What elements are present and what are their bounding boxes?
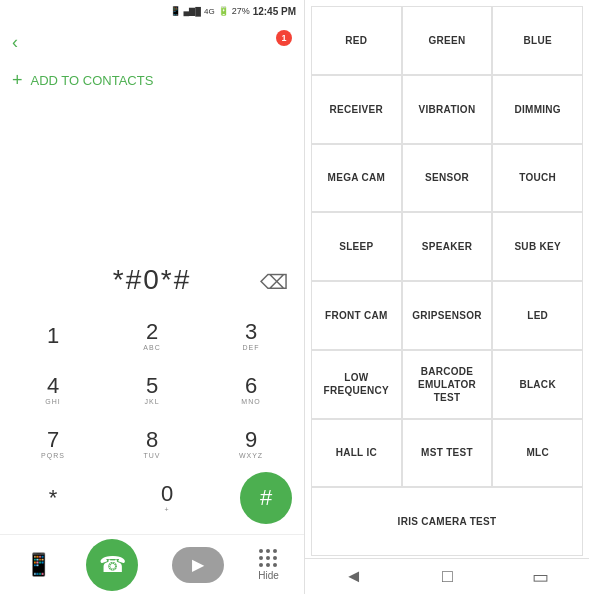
status-bar: 📱 ▄▇█ 4G 🔋 27% 12:45 PM	[0, 0, 304, 22]
add-contacts-label: ADD TO CONTACTS	[31, 73, 154, 88]
key-6[interactable]: 6 MNO	[210, 364, 292, 416]
grid-cell-3-1[interactable]: SPEAKER	[402, 212, 493, 281]
key-star[interactable]: *	[12, 472, 94, 524]
video-icon: ▶	[192, 555, 204, 574]
home-nav-icon[interactable]: □	[442, 566, 453, 587]
keypad: 1 2 ABC 3 DEF 4 GHI 5 JKL 6 MNO	[0, 306, 304, 534]
key-2[interactable]: 2 ABC	[111, 310, 193, 362]
signal-bars: ▄▇█	[184, 7, 201, 16]
dial-display: *#0*# ⌫	[0, 99, 304, 306]
action-bar: 📱 ☎ ▶	[0, 534, 304, 594]
hide-button[interactable]: Hide	[258, 549, 279, 581]
battery-icon: 🔋	[218, 6, 229, 16]
grid-cell-4-0[interactable]: FRONT CAM	[311, 281, 402, 350]
grid-row-2: MEGA CAMSENSORTOUCH	[311, 144, 583, 213]
grid-cell-2-1[interactable]: SENSOR	[402, 144, 493, 213]
message-button[interactable]: 📱	[25, 552, 52, 578]
grid-row-last: IRIS CAMERA TEST	[311, 487, 583, 556]
recents-nav-icon[interactable]: ▭	[532, 566, 549, 588]
grid-cell-4-1[interactable]: GRIPSENSOR	[402, 281, 493, 350]
grid-cell-last-0[interactable]: IRIS CAMERA TEST	[311, 487, 583, 556]
key-0[interactable]: 0 +	[126, 472, 208, 524]
grid-row-4: FRONT CAMGRIPSENSORLED	[311, 281, 583, 350]
grid-cell-0-1[interactable]: GREEN	[402, 6, 493, 75]
grid-cell-5-1[interactable]: BARCODE EMULATOR TEST	[402, 350, 493, 419]
dialed-number: *#0*#	[113, 264, 192, 296]
grid-row-1: RECEIVERVIBRATIONDIMMING	[311, 75, 583, 144]
grid-row-6: HALL ICMST TESTMLC	[311, 419, 583, 488]
video-button[interactable]: ▶	[172, 547, 224, 583]
bottom-nav: ◄ □ ▭	[305, 558, 589, 594]
time-display: 12:45 PM	[253, 6, 296, 17]
key-hash[interactable]: #	[240, 472, 292, 524]
keypad-row-2: 4 GHI 5 JKL 6 MNO	[12, 364, 292, 416]
notification-badge: 1	[276, 30, 292, 46]
message-icon: 📱	[25, 552, 52, 578]
grid-cell-2-0[interactable]: MEGA CAM	[311, 144, 402, 213]
grid-cell-6-1[interactable]: MST TEST	[402, 419, 493, 488]
top-nav: ‹ 1	[0, 22, 304, 62]
test-grid: REDGREENBLUERECEIVERVIBRATIONDIMMINGMEGA…	[305, 0, 589, 558]
grid-cell-4-2[interactable]: LED	[492, 281, 583, 350]
test-menu-panel: REDGREENBLUERECEIVERVIBRATIONDIMMINGMEGA…	[305, 0, 589, 594]
battery-level: 27%	[232, 6, 250, 16]
grid-cell-2-2[interactable]: TOUCH	[492, 144, 583, 213]
call-icon: ☎	[99, 552, 126, 578]
grid-cell-1-0[interactable]: RECEIVER	[311, 75, 402, 144]
key-9[interactable]: 9 WXYZ	[210, 418, 292, 470]
back-button[interactable]: ‹	[12, 32, 18, 53]
backspace-button[interactable]: ⌫	[260, 270, 288, 294]
keypad-row-4: * 0 + #	[12, 472, 292, 524]
key-8[interactable]: 8 TUV	[111, 418, 193, 470]
grid-row-5: LOW FREQUENCYBARCODE EMULATOR TESTBLACK	[311, 350, 583, 419]
grid-row-3: SLEEPSPEAKERSUB KEY	[311, 212, 583, 281]
grid-cell-5-0[interactable]: LOW FREQUENCY	[311, 350, 402, 419]
grid-cell-1-1[interactable]: VIBRATION	[402, 75, 493, 144]
grid-cell-3-2[interactable]: SUB KEY	[492, 212, 583, 281]
grid-row-0: REDGREENBLUE	[311, 6, 583, 75]
keypad-row-1: 1 2 ABC 3 DEF	[12, 310, 292, 362]
key-7[interactable]: 7 PQRS	[12, 418, 94, 470]
key-1[interactable]: 1	[12, 310, 94, 362]
key-5[interactable]: 5 JKL	[111, 364, 193, 416]
grid-cell-6-0[interactable]: HALL IC	[311, 419, 402, 488]
hide-icon	[259, 549, 278, 568]
network-type: 4G	[204, 7, 215, 16]
hide-label: Hide	[258, 570, 279, 581]
grid-cell-5-2[interactable]: BLACK	[492, 350, 583, 419]
add-icon: +	[12, 70, 23, 91]
back-nav-icon[interactable]: ◄	[345, 566, 363, 587]
key-4[interactable]: 4 GHI	[12, 364, 94, 416]
dialer-panel: 📱 ▄▇█ 4G 🔋 27% 12:45 PM ‹ 1 + ADD TO CON…	[0, 0, 305, 594]
grid-cell-1-2[interactable]: DIMMING	[492, 75, 583, 144]
grid-cell-6-2[interactable]: MLC	[492, 419, 583, 488]
call-button[interactable]: ☎	[86, 539, 138, 591]
sim-icon: 📱	[170, 6, 181, 16]
add-contacts-row[interactable]: + ADD TO CONTACTS	[0, 62, 304, 99]
grid-cell-3-0[interactable]: SLEEP	[311, 212, 402, 281]
grid-cell-0-0[interactable]: RED	[311, 6, 402, 75]
key-3[interactable]: 3 DEF	[210, 310, 292, 362]
grid-cell-0-2[interactable]: BLUE	[492, 6, 583, 75]
keypad-row-3: 7 PQRS 8 TUV 9 WXYZ	[12, 418, 292, 470]
